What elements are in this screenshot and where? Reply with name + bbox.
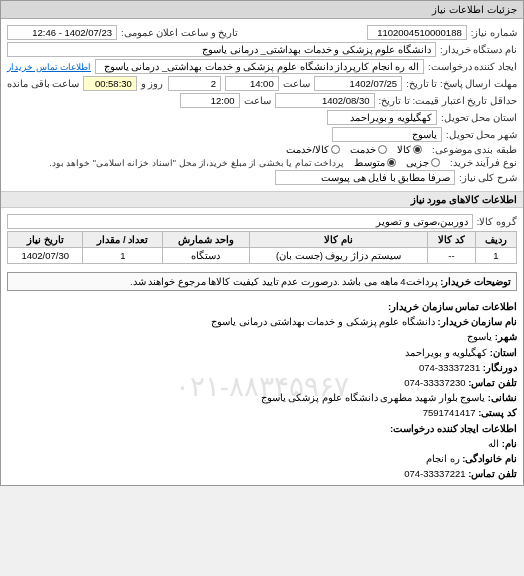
contact-province: کهگیلویه و بویراحمد: [405, 347, 487, 358]
contact-postal-label: کد پستی:: [478, 407, 517, 418]
requester-label: ایجاد کننده درخواست:: [428, 61, 517, 72]
days-label: روز و: [141, 78, 164, 89]
radio-small[interactable]: جزیی: [406, 157, 440, 168]
cell-idx: 1: [475, 248, 516, 264]
contact-province-label: استان:: [490, 347, 517, 358]
contact-fax-label: دورنگار:: [483, 362, 517, 373]
cell-code: --: [428, 248, 476, 264]
cell-unit: دستگاه: [163, 248, 249, 264]
group-field: دوربین،صوتی و تصویر: [7, 214, 473, 229]
goods-table: ردیف کد کالا نام کالا واحد شمارش تعداد /…: [7, 231, 517, 264]
deadline-send-time: 14:00: [225, 76, 279, 91]
buyer-note-text: پرداخت4 ماهه می باشد .درصورت عدم تایید ک…: [130, 276, 438, 287]
radio-goods[interactable]: کالا: [397, 144, 422, 155]
days-value: 2: [168, 76, 222, 91]
radio-service-label: خدمت: [350, 144, 376, 155]
validity-label: حداقل تاریخ اعتبار قیمت: تا تاریخ:: [379, 95, 517, 106]
province-label: استان محل تحویل:: [441, 112, 517, 123]
buyer-note-label: توضیحات خریدار:: [440, 276, 511, 287]
cell-name: سیستم دزاژ ریوف (جست بان): [249, 248, 428, 264]
creator-title: اطلاعات ایجاد کننده درخواست:: [7, 421, 517, 436]
col-code: کد کالا: [428, 232, 476, 248]
creator-name-label: نام:: [502, 438, 517, 449]
col-qty: تعداد / مقدار: [83, 232, 163, 248]
requester-field: اله ره انجام کارپرداز دانشگاه علوم پزشکی…: [95, 59, 424, 74]
contact-address-label: نشانی:: [488, 392, 517, 403]
validity-time: 12:00: [180, 93, 240, 108]
creator-family: ره انجام: [426, 453, 460, 464]
contact-fax: 33337231-074: [419, 362, 480, 373]
group-label: گروه کالا:: [477, 216, 517, 227]
announce-value: 1402/07/23 - 12:46: [7, 25, 117, 40]
deadline-send-label: مهلت ارسال پاسخ: تا تاریخ:: [406, 78, 517, 89]
page-title: جزئیات اطلاعات نیاز: [1, 1, 523, 19]
goods-section-title: اطلاعات کالاهای مورد نیاز: [1, 191, 523, 208]
contact-org-label: نام سازمان خریدار:: [438, 316, 517, 327]
buy-type-label: نوع فرآیند خرید:: [450, 157, 517, 168]
col-name: نام کالا: [249, 232, 428, 248]
need-number-label: شماره نیاز:: [471, 27, 517, 38]
announce-label: تاریخ و ساعت اعلان عمومی:: [121, 27, 238, 38]
buyer-note-box: توضیحات خریدار: پرداخت4 ماهه می باشد .در…: [7, 272, 517, 291]
remain-time: 00:58:30: [83, 76, 137, 91]
creator-tel: 33337221-074: [404, 468, 465, 479]
contact-city-label: شهر:: [495, 331, 517, 342]
cell-qty: 1: [83, 248, 163, 264]
deadline-send-date: 1402/07/25: [314, 76, 402, 91]
buyer-org-label: نام دستگاه خریدار:: [440, 44, 517, 55]
desc-label: شرح کلی نیاز:: [459, 172, 517, 183]
time-label-2: ساعت: [244, 95, 271, 106]
buyer-org-field: دانشگاه علوم پزشکی و خدمات بهداشتی_ درما…: [7, 42, 436, 57]
contact-title: اطلاعات تماس سازمان خریدار:: [7, 299, 517, 314]
radio-medium[interactable]: متوسط: [354, 157, 396, 168]
radio-both-label: کالا/خدمت: [286, 144, 329, 155]
radio-service[interactable]: خدمت: [350, 144, 387, 155]
col-date: تاریخ نیاز: [8, 232, 83, 248]
city-field: یاسوج: [332, 127, 442, 142]
contact-link[interactable]: اطلاعات تماس خریدار: [7, 62, 91, 72]
need-number-field: 1102004510000188: [367, 25, 467, 40]
radio-medium-label: متوسط: [354, 157, 385, 168]
radio-both[interactable]: کالا/خدمت: [286, 144, 340, 155]
remain-label: ساعت باقی مانده: [7, 78, 79, 89]
contact-city: یاسوج: [467, 331, 492, 342]
contact-phone: 33337230-074: [404, 377, 465, 388]
contact-address: یاسوج بلوار شهید مطهری دانشگاه علوم پزشک…: [261, 392, 485, 403]
contact-phone-label: تلفن تماس:: [468, 377, 517, 388]
table-row: 1 -- سیستم دزاژ ریوف (جست بان) دستگاه 1 …: [8, 248, 517, 264]
creator-name: اله: [488, 438, 499, 449]
radio-goods-label: کالا: [397, 144, 411, 155]
validity-date: 1402/08/30: [275, 93, 375, 108]
city-label: شهر محل تحویل:: [446, 129, 517, 140]
contact-org: دانشگاه علوم پزشکی و خدمات بهداشتی درمان…: [211, 316, 434, 327]
radio-small-label: جزیی: [406, 157, 429, 168]
creator-family-label: نام خانوادگی:: [462, 453, 517, 464]
province-field: کهگیلویه و بویراحمد: [327, 110, 437, 125]
class-label: طبقه بندی موضوعی:: [432, 144, 517, 155]
buy-note: پرداخت تمام یا بخشی از مبلغ خرید،از محل …: [49, 158, 344, 168]
col-unit: واحد شمارش: [163, 232, 249, 248]
col-row: ردیف: [475, 232, 516, 248]
contact-postal: 7591741417: [423, 407, 476, 418]
time-label-1: ساعت: [283, 78, 310, 89]
desc-field: صرفا مطابق با فایل هی پیوست: [275, 170, 455, 185]
cell-date: 1402/07/30: [8, 248, 83, 264]
creator-tel-label: تلفن تماس:: [468, 468, 517, 479]
